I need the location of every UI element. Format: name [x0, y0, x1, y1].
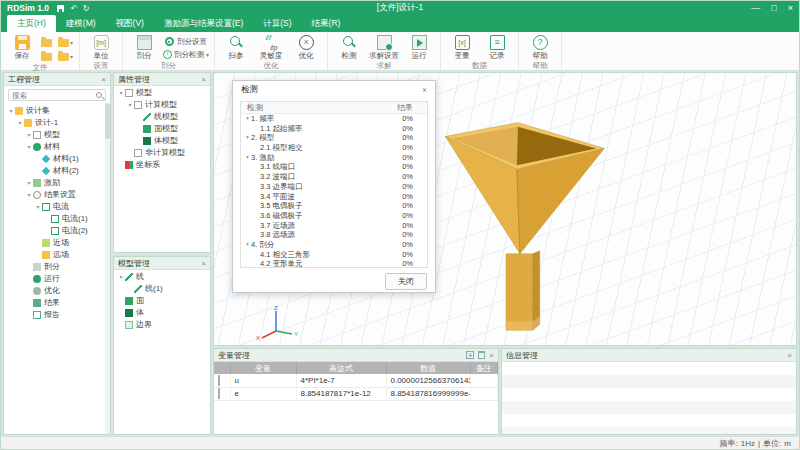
- tree-item[interactable]: 近场: [4, 237, 110, 249]
- undo-icon[interactable]: ↶: [68, 4, 80, 13]
- optimize-button[interactable]: 优化: [290, 34, 322, 61]
- tree-item[interactable]: ▾电流: [4, 201, 110, 213]
- redo-icon[interactable]: ↻: [80, 4, 92, 13]
- check-row[interactable]: 3.5 电偶极子0%: [241, 201, 427, 211]
- close-icon[interactable]: ×: [201, 75, 206, 84]
- tree-item[interactable]: ▾计算模型: [114, 99, 210, 111]
- data-button[interactable]: 记录: [481, 34, 513, 61]
- close-icon[interactable]: ×: [788, 3, 793, 13]
- expander-icon[interactable]: [253, 211, 260, 221]
- close-icon[interactable]: ×: [787, 351, 792, 360]
- mesh-small-button[interactable]: 剖分检测▾: [163, 49, 209, 60]
- expander-icon[interactable]: [135, 111, 143, 123]
- close-icon[interactable]: ×: [422, 85, 427, 95]
- close-icon[interactable]: ×: [201, 259, 206, 268]
- file-folder-button[interactable]: ▾: [58, 50, 74, 63]
- expander-icon[interactable]: [117, 295, 125, 307]
- check-row[interactable]: ▾1. 频率0%: [241, 114, 427, 124]
- tree-item[interactable]: 体: [114, 307, 210, 319]
- expander-icon[interactable]: [34, 249, 42, 261]
- tree-item[interactable]: 优化: [4, 285, 110, 297]
- tree-item[interactable]: 报告: [4, 309, 110, 321]
- tree-item[interactable]: 线模型: [114, 111, 210, 123]
- solve-button[interactable]: 求解设置: [368, 34, 400, 61]
- expander-icon[interactable]: ▾: [25, 189, 33, 201]
- expander-icon[interactable]: [25, 273, 33, 285]
- tree-item[interactable]: 剖分: [4, 261, 110, 273]
- expander-icon[interactable]: [25, 261, 33, 273]
- expander-icon[interactable]: [117, 307, 125, 319]
- solve-button[interactable]: 检测: [333, 34, 365, 61]
- save-button[interactable]: 保存: [6, 34, 38, 61]
- check-row[interactable]: 3.3 边界端口0%: [241, 182, 427, 192]
- menu-tab[interactable]: 计算(S): [253, 15, 301, 32]
- close-icon[interactable]: ×: [489, 351, 494, 360]
- expander-icon[interactable]: ▾: [25, 129, 33, 141]
- optimize-button[interactable]: 扫参: [220, 34, 252, 61]
- expander-icon[interactable]: [253, 230, 260, 240]
- tree-item[interactable]: 远场: [4, 249, 110, 261]
- expander-icon[interactable]: ▾: [117, 87, 125, 99]
- add-variable-icon[interactable]: [466, 351, 474, 359]
- expander-icon[interactable]: [253, 162, 260, 172]
- expander-icon[interactable]: [117, 319, 125, 331]
- tree-item[interactable]: 边界: [114, 319, 210, 331]
- check-row[interactable]: 3.4 平面波0%: [241, 192, 427, 202]
- tree-item[interactable]: 电流(2): [4, 225, 110, 237]
- tree-item[interactable]: ▾结果设置: [4, 189, 110, 201]
- expander-icon[interactable]: [25, 285, 33, 297]
- tree-item[interactable]: ▾设计-1: [4, 117, 110, 129]
- tree-item[interactable]: 坐标系: [114, 159, 210, 171]
- file-folder-button[interactable]: ▾: [58, 36, 74, 49]
- row-checkbox[interactable]: [218, 388, 220, 399]
- scrollbar[interactable]: [105, 103, 110, 434]
- maximize-icon[interactable]: □: [771, 3, 776, 13]
- expander-icon[interactable]: ▾: [25, 177, 33, 189]
- expander-icon[interactable]: [43, 213, 51, 225]
- check-row[interactable]: 3.7 近场源0%: [241, 221, 427, 231]
- expander-icon[interactable]: ▾: [244, 240, 251, 250]
- expander-icon[interactable]: ▾: [117, 271, 125, 283]
- expander-icon[interactable]: [126, 147, 134, 159]
- mesh-button[interactable]: 剖分: [128, 34, 160, 61]
- expander-icon[interactable]: [25, 297, 33, 309]
- quick-save-icon[interactable]: [57, 5, 64, 12]
- help-button[interactable]: 帮助: [524, 34, 556, 61]
- file-folder-button[interactable]: [41, 36, 57, 49]
- expander-icon[interactable]: [253, 250, 260, 260]
- expander-icon[interactable]: [135, 135, 143, 147]
- expander-icon[interactable]: [253, 172, 260, 182]
- check-row[interactable]: 1.1 起始频率0%: [241, 124, 427, 134]
- mesh-small-button[interactable]: 剖分设置: [163, 36, 209, 47]
- expander-icon[interactable]: [253, 201, 260, 211]
- tree-item[interactable]: 材料(1): [4, 153, 110, 165]
- close-button[interactable]: 关闭: [385, 273, 427, 290]
- expander-icon[interactable]: [117, 159, 125, 171]
- check-row[interactable]: ▾2. 模型0%: [241, 133, 427, 143]
- check-row[interactable]: 4.2 变形单元0%: [241, 259, 427, 268]
- tree-item[interactable]: 结果: [4, 297, 110, 309]
- delete-variable-icon[interactable]: [478, 351, 485, 359]
- menu-tab[interactable]: 激励源与结果设置(E): [154, 15, 253, 32]
- expander-icon[interactable]: ▾: [244, 133, 251, 143]
- viewport-3d[interactable]: Z X Y 检测 × 检测 结果 ▾1. 频率0% 1.1 起始频率0: [213, 72, 797, 346]
- tree-item[interactable]: 面模型: [114, 123, 210, 135]
- tree-item[interactable]: ▾设计集: [4, 105, 110, 117]
- expander-icon[interactable]: ▾: [25, 141, 33, 153]
- expander-icon[interactable]: [253, 143, 260, 153]
- expander-icon[interactable]: [253, 221, 260, 231]
- tree-item[interactable]: 体模型: [114, 135, 210, 147]
- expander-icon[interactable]: [253, 182, 260, 192]
- expander-icon[interactable]: ▾: [16, 117, 24, 129]
- expander-icon[interactable]: ▾: [126, 99, 134, 111]
- expander-icon[interactable]: [253, 192, 260, 202]
- expander-icon[interactable]: [34, 237, 42, 249]
- solve-button[interactable]: 运行: [403, 34, 435, 61]
- tree-item[interactable]: ▾激励: [4, 177, 110, 189]
- tree-item[interactable]: ▾模型: [4, 129, 110, 141]
- expander-icon[interactable]: [253, 259, 260, 268]
- search-icon[interactable]: [96, 92, 102, 98]
- data-button[interactable]: 变量: [446, 34, 478, 61]
- optimize-button[interactable]: 灵敏度: [255, 34, 287, 61]
- minimize-icon[interactable]: —: [751, 3, 760, 13]
